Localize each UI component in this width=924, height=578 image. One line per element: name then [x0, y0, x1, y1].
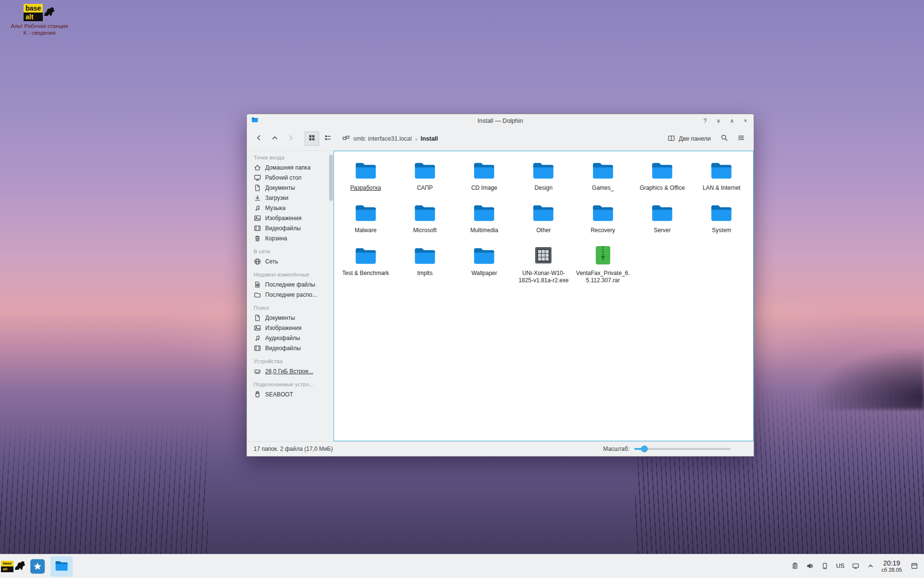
- file-item[interactable]: System: [692, 197, 751, 236]
- sidebar-item-trash[interactable]: Корзина: [253, 233, 328, 243]
- file-item[interactable]: Design: [514, 155, 573, 194]
- expand-tray-icon[interactable]: [867, 562, 874, 570]
- up-button[interactable]: [268, 131, 282, 146]
- split-view-button[interactable]: Две панели: [663, 132, 715, 146]
- start-logo-alt: alt: [1, 566, 13, 572]
- close-button[interactable]: ×: [742, 118, 749, 124]
- sidebar-item-network[interactable]: Сеть: [253, 256, 328, 266]
- sidebar-item-music[interactable]: Музыка: [253, 203, 328, 213]
- images-icon: [254, 324, 261, 332]
- file-item[interactable]: Test & Benchmark: [336, 240, 395, 287]
- titlebar[interactable]: Install — Dolphin ?∨∧×: [247, 114, 754, 127]
- status-summary: 17 папок. 2 файла (17,0 МиБ): [254, 446, 333, 452]
- file-item[interactable]: Server: [632, 197, 692, 236]
- file-item[interactable]: LAN & Internet: [692, 155, 751, 194]
- forward-button[interactable]: [283, 131, 298, 146]
- sidebar-item-audio[interactable]: Аудиофайлы: [253, 333, 328, 343]
- sidebar-item-home[interactable]: Домашняя папка: [253, 162, 328, 172]
- details-view-icon: [324, 134, 332, 144]
- sidebar-section: Недавно изменённыеПоследние файлыПоследн…: [253, 272, 328, 300]
- file-label: Design: [535, 184, 552, 192]
- basealt-logo-text: base alt: [24, 4, 43, 21]
- icons-view-button[interactable]: [305, 131, 319, 146]
- zoom-slider-handle[interactable]: [641, 446, 648, 452]
- file-label: Microsoft: [413, 227, 437, 234]
- menu-button[interactable]: [733, 131, 749, 146]
- breadcrumb[interactable]: smb: interface31.local › Install: [342, 134, 438, 144]
- recent-files-icon: [254, 281, 261, 289]
- sidebar-item-usb[interactable]: SEABOOT: [253, 389, 328, 399]
- file-label: tmplts: [417, 270, 433, 277]
- details-view-button[interactable]: [321, 131, 335, 146]
- file-item[interactable]: UNi-Xonar-W10-1825-v1.81a-r2.exe: [514, 240, 573, 287]
- folder-icon: [591, 199, 615, 225]
- basealt-logo-base: base: [24, 4, 43, 13]
- file-item[interactable]: Microsoft: [395, 197, 454, 236]
- icons-view-icon: [308, 134, 316, 144]
- sidebar-item-harddisk[interactable]: 26,0 ГиБ Встрое...: [253, 366, 328, 376]
- sidebar-item-downloads[interactable]: Загрузки: [253, 193, 328, 203]
- file-item[interactable]: Multimedia: [455, 197, 514, 236]
- help-button[interactable]: ?: [701, 118, 709, 124]
- sidebar-item-label: Рабочий стол: [265, 174, 301, 181]
- file-item[interactable]: Wallpaper: [455, 240, 514, 287]
- sidebar-item-images[interactable]: Изображения: [253, 323, 328, 333]
- file-item[interactable]: Recovery: [573, 197, 632, 236]
- file-label: VentaFax_Private_6.5.112.307.rar: [576, 270, 630, 285]
- file-item[interactable]: Разработка: [336, 155, 395, 194]
- split-view-icon: [667, 134, 675, 144]
- favorites-app-button[interactable]: [26, 556, 49, 577]
- clipboard-icon[interactable]: [791, 562, 799, 570]
- sidebar-item-videos[interactable]: Видеофайлы: [253, 223, 328, 233]
- zoom-slider[interactable]: [634, 446, 731, 452]
- minimize-button[interactable]: ∨: [715, 118, 722, 124]
- sidebar-item-videos[interactable]: Видеофайлы: [253, 343, 328, 353]
- files-grid: РазработкаСАПРCD ImageDesignGames_Graphi…: [334, 151, 753, 290]
- maximize-button[interactable]: ∧: [728, 118, 736, 124]
- file-label: CD Image: [471, 184, 497, 192]
- file-label: Graphics & Office: [640, 184, 685, 192]
- file-item[interactable]: VentaFax_Private_6.5.112.307.rar: [573, 240, 632, 287]
- show-desktop-button[interactable]: [909, 560, 920, 572]
- videos-icon: [254, 224, 261, 232]
- forward-icon: [287, 134, 295, 144]
- file-item[interactable]: Other: [514, 197, 573, 236]
- sidebar-item-recent-files[interactable]: Последние файлы: [253, 279, 328, 289]
- file-label: Recovery: [590, 227, 615, 234]
- clock[interactable]: 20:19 сб 28.05: [882, 559, 902, 574]
- file-item[interactable]: Graphics & Office: [632, 155, 692, 194]
- breadcrumb-root[interactable]: smb: interface31.local: [353, 135, 412, 142]
- volume-icon[interactable]: [806, 562, 814, 570]
- sidebar-section-title: Точки входа: [254, 155, 328, 160]
- sidebar-scrollbar[interactable]: [329, 155, 333, 201]
- device-notifier-icon[interactable]: [821, 562, 829, 570]
- back-button[interactable]: [252, 131, 266, 146]
- sidebar-item-desktop[interactable]: Рабочий стол: [253, 172, 328, 183]
- clock-time: 20:19: [882, 559, 902, 567]
- sidebar-sections: Точки входаДомашняя папкаРабочий столДок…: [253, 155, 328, 399]
- folder-view[interactable]: РазработкаСАПРCD ImageDesignGames_Graphi…: [334, 151, 754, 441]
- file-item[interactable]: Games_: [573, 155, 632, 194]
- sidebar-item-documents[interactable]: Документы: [253, 313, 328, 323]
- videos-icon: [254, 344, 261, 352]
- file-item[interactable]: Malware: [336, 197, 395, 236]
- dolphin-task-button[interactable]: [51, 556, 73, 577]
- desktop-shortcut-altinfo[interactable]: base alt Альт Рабочая станция К - сведен…: [9, 4, 70, 37]
- split-view-label: Две панели: [679, 135, 711, 142]
- search-button[interactable]: [717, 131, 732, 146]
- keyboard-layout-indicator[interactable]: US: [836, 563, 844, 569]
- sidebar-section: Точки входаДомашняя папкаРабочий столДок…: [253, 155, 328, 243]
- sidebar-item-recent-locations[interactable]: Последние распо...: [253, 289, 328, 300]
- sidebar-item-images[interactable]: Изображения: [253, 213, 328, 223]
- folder-icon: [709, 157, 733, 183]
- file-item[interactable]: САПР: [395, 155, 454, 194]
- file-item[interactable]: CD Image: [455, 155, 514, 194]
- display-icon[interactable]: [852, 562, 860, 570]
- file-item[interactable]: tmplts: [395, 240, 454, 287]
- sidebar-item-documents[interactable]: Документы: [253, 183, 328, 193]
- images-icon: [254, 214, 261, 222]
- breadcrumb-current[interactable]: Install: [421, 135, 438, 142]
- dolphin-task-icon: [54, 558, 69, 575]
- app-launcher-button[interactable]: base alt: [2, 556, 25, 577]
- zoom-slider-track[interactable]: [634, 448, 731, 450]
